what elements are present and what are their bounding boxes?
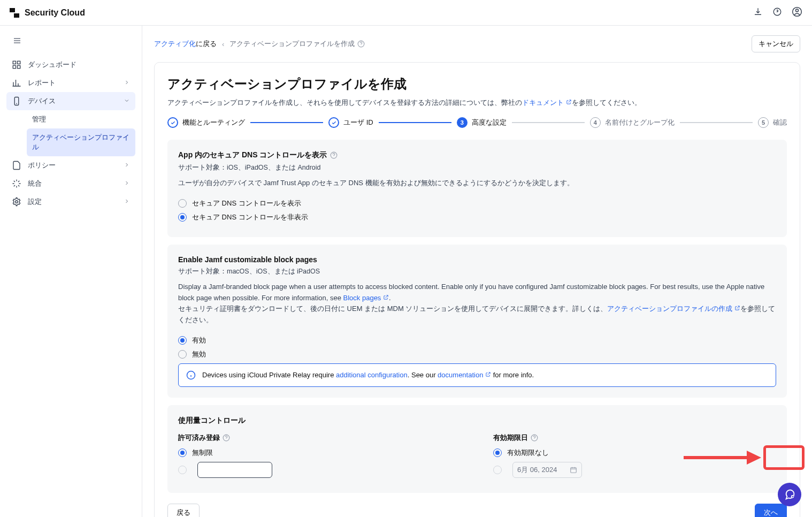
nav-devices-manage[interactable]: 管理	[27, 110, 135, 128]
logo-icon	[10, 8, 19, 18]
radio-reg-custom[interactable]	[178, 462, 461, 478]
gear-icon	[12, 197, 21, 207]
product-name: Security Cloud	[25, 8, 85, 18]
help-icon[interactable]	[357, 40, 365, 48]
step-2: ユーザ ID	[328, 117, 373, 128]
page-title: アクティベーションプロファイルを作成	[167, 75, 787, 93]
chart-icon	[12, 78, 21, 88]
radio-icon	[178, 350, 187, 359]
info-icon	[186, 370, 196, 380]
header-actions	[753, 6, 802, 19]
breadcrumb-link[interactable]: アクティブ化	[154, 40, 196, 48]
external-icon	[734, 305, 740, 311]
user-icon[interactable]	[792, 6, 802, 19]
help-icon[interactable]	[531, 434, 538, 442]
nav-label: ダッシュボード	[28, 60, 76, 70]
radio-exp-date[interactable]: 6月 06, 2024	[493, 462, 776, 478]
stepper: 機能とルーティング ユーザ ID 3高度な設定 4名前付けとグループ化 5確認	[167, 117, 787, 128]
support-text: サポート対象：iOS、iPadOS、または Android	[178, 163, 776, 172]
nav-label: 統合	[28, 179, 42, 188]
nav-settings[interactable]: 設定	[6, 193, 135, 211]
breadcrumb-sep: ‹	[222, 40, 224, 48]
nav-integrations[interactable]: 統合	[6, 174, 135, 193]
integrations-icon	[12, 179, 21, 188]
step-4: 4名前付けとグループ化	[590, 117, 675, 128]
chevron-down-icon	[124, 97, 130, 105]
chevron-right-icon	[124, 79, 130, 87]
calendar-icon	[570, 466, 577, 474]
nav-dashboard[interactable]: ダッシュボード	[6, 56, 135, 74]
panel-usage: 使用量コントロール 許可済み登録 無制限 有効期限日 有効期限なし 6月 06,…	[167, 405, 787, 493]
panel-desc: ユーザが自分のデバイスで Jamf Trust App のセキュア DNS 機能…	[178, 178, 776, 189]
svg-point-8	[16, 201, 18, 203]
help-icon[interactable]	[223, 434, 230, 442]
step-5: 5確認	[758, 117, 787, 128]
panel-title: Enable Jamf customizable block pages	[178, 255, 776, 264]
check-icon	[170, 120, 176, 126]
chevron-right-icon	[124, 198, 130, 206]
radio-icon	[493, 448, 502, 457]
radio-exp-none[interactable]: 有効期限なし	[493, 448, 776, 458]
nav-label: ポリシー	[28, 161, 56, 170]
panel-title: App 内のセキュア DNS コントロールを表示	[178, 150, 776, 160]
breadcrumb-current: アクティベーションプロファイルを作成	[229, 39, 355, 49]
radio-dns-show[interactable]: セキュア DNS コントロールを表示	[178, 199, 776, 208]
svg-rect-4	[18, 61, 20, 64]
doc-link[interactable]: ドキュメント	[522, 98, 572, 107]
svg-rect-14	[571, 468, 577, 473]
dashboard-icon	[12, 60, 21, 70]
policy-icon	[12, 161, 21, 170]
back-button[interactable]: 戻る	[167, 504, 200, 517]
help-icon[interactable]	[772, 7, 782, 18]
radio-reg-unlimited[interactable]: 無制限	[178, 448, 461, 458]
block-pages-link[interactable]: Block pages	[343, 294, 389, 302]
radio-block-off[interactable]: 無効	[178, 349, 776, 359]
help-icon[interactable]	[330, 151, 338, 159]
radio-dns-hide[interactable]: セキュア DNS コントロールを非表示	[178, 212, 776, 222]
download-icon[interactable]	[753, 7, 763, 18]
check-icon	[331, 120, 337, 126]
col-expiry: 有効期限日 有効期限なし 6月 06, 2024	[493, 433, 776, 482]
documentation-link[interactable]: documentation	[438, 371, 491, 379]
chat-fab[interactable]	[778, 483, 801, 506]
cancel-button[interactable]: キャンセル	[752, 35, 800, 52]
nav-label: デバイス	[28, 96, 56, 106]
nav-policy[interactable]: ポリシー	[6, 156, 135, 174]
radio-icon	[493, 466, 502, 474]
panel-desc: Display a Jamf-branded block page when a…	[178, 282, 776, 326]
breadcrumb: アクティブ化に戻る ‹ アクティベーションプロファイルを作成 キャンセル	[154, 35, 800, 52]
sidebar: ダッシュボード レポート デバイス 管理 アクティベーションプロファイル ポリシ…	[0, 26, 142, 517]
panel-block-pages: Enable Jamf customizable block pages サポー…	[167, 245, 787, 398]
radio-icon	[178, 448, 187, 457]
breadcrumb-back: に戻る	[196, 40, 217, 48]
date-input[interactable]: 6月 06, 2024	[512, 462, 582, 478]
nav-reports[interactable]: レポート	[6, 74, 135, 92]
svg-point-2	[796, 9, 799, 12]
chat-icon	[784, 489, 795, 500]
radio-block-on[interactable]: 有効	[178, 336, 776, 345]
menu-toggle-icon[interactable]	[10, 33, 25, 48]
external-icon	[566, 99, 572, 105]
svg-rect-7	[14, 97, 19, 105]
nav-label: 設定	[28, 197, 42, 207]
activation-profile-link[interactable]: アクティベーションプロファイルの作成	[607, 305, 740, 313]
info-box: Devices using iCloud Private Relay requi…	[178, 363, 776, 387]
panel-title: 使用量コントロール	[178, 416, 776, 425]
page-desc: アクティベーションプロファイルを作成し、それらを使用してデバイスを登録する方法の…	[167, 98, 787, 108]
col-registrations: 許可済み登録 無制限	[178, 433, 461, 482]
chevron-right-icon	[124, 162, 130, 170]
next-button[interactable]: 次へ	[755, 504, 787, 517]
radio-icon	[178, 199, 187, 208]
external-icon	[383, 294, 389, 300]
logo: Security Cloud	[10, 8, 85, 18]
additional-config-link[interactable]: additional configuration	[336, 371, 408, 379]
nav-devices[interactable]: デバイス	[6, 92, 135, 110]
support-text: サポート対象：macOS、iOS、または iPadOS	[178, 267, 776, 276]
chevron-right-icon	[124, 180, 130, 188]
panel-dns: App 内のセキュア DNS コントロールを表示 サポート対象：iOS、iPad…	[167, 140, 787, 237]
nav-devices-activation[interactable]: アクティベーションプロファイル	[27, 128, 135, 156]
svg-rect-6	[18, 66, 20, 69]
radio-icon	[178, 466, 187, 474]
reg-count-input[interactable]	[197, 462, 272, 478]
external-icon	[485, 371, 491, 377]
